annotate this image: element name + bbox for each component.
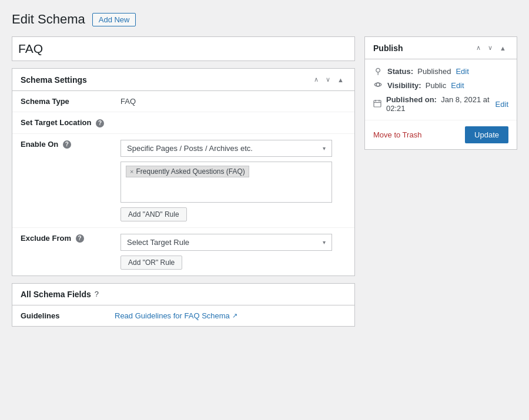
tag-remove-icon[interactable]: × [130,168,133,175]
exclude-from-row: Exclude From ? Select Target Rule ▾ [12,227,354,275]
arrow-triangle-icon: ▲ [337,76,344,83]
visibility-value: Public [426,81,446,90]
exclude-from-dropdown-label: Select Target Rule [127,238,189,247]
arrow-down-icon: ∨ [326,76,330,83]
tag-label: Frequently Asked Questions (FAQ) [136,167,245,176]
settings-table: Schema Type FAQ Set Target Location ? [12,91,354,275]
schema-type-label: Schema Type [12,91,112,112]
publish-arrow-down-icon: ∨ [488,44,493,51]
enable-on-dropdown-label: Specific Pages / Posts / Archives etc. [127,144,253,153]
schema-settings-title: Schema Settings [21,75,87,85]
page-header: Edit Schema Add New [12,12,517,27]
status-label: Status: [387,67,413,76]
publish-body: ⚲ Status: Published Edit [365,59,517,120]
add-and-rule-button[interactable]: Add "AND" Rule [120,207,187,221]
tag-area: × Frequently Asked Questions (FAQ) [120,162,332,203]
exclude-from-value-cell: Select Target Rule ▾ Add "OR" Rule [112,227,354,275]
guidelines-table: Guidelines Read Guidelines for FAQ Schem… [12,305,354,326]
add-or-rule-container: Add "OR" Rule [120,256,346,270]
collapse-down-button[interactable]: ∨ [323,75,333,85]
main-layout: Schema Settings ∧ ∨ ▲ [12,36,517,327]
status-edit-link[interactable]: Edit [456,67,468,76]
schema-type-value: FAQ [112,91,354,112]
target-location-label-cell: Set Target Location ? [12,112,112,134]
schema-settings-header: Schema Settings ∧ ∨ ▲ [12,69,354,91]
guidelines-link[interactable]: Read Guidelines for FAQ Schema ↗ [115,311,237,320]
publish-arrow-triangle-icon: ▲ [500,45,506,52]
enable-on-help-icon[interactable]: ? [63,140,71,149]
status-icon: ⚲ [373,66,383,76]
publish-panel-controls: ∧ ∨ ▲ [474,43,508,53]
publish-collapse-down-button[interactable]: ∨ [486,43,495,53]
panel-controls: ∧ ∨ ▲ [312,75,346,85]
schema-title-input[interactable] [12,36,355,61]
published-edit-link[interactable]: Edit [495,100,508,109]
publish-status-text: Status: Published [387,67,451,76]
collapse-up-button[interactable]: ∧ [312,75,321,85]
guidelines-label: Guidelines [12,305,106,326]
exclude-from-help-icon[interactable]: ? [76,234,84,243]
enable-on-cell: Specific Pages / Posts / Archives etc. ▾… [120,140,346,221]
exclude-from-label-cell: Exclude From ? [12,227,112,275]
visibility-label: Visibility: [387,81,421,90]
guidelines-link-cell: Read Guidelines for FAQ Schema ↗ [106,305,354,326]
svg-rect-1 [374,100,381,107]
exclude-from-cell: Select Target Rule ▾ Add "OR" Rule [120,234,346,270]
target-location-label: Set Target Location [21,118,91,127]
add-new-button[interactable]: Add New [92,13,136,26]
chevron-down-icon: ▾ [323,145,326,152]
publish-date-row: Published on: Jan 8, 2021 at 02:21 Edit [373,95,508,113]
enable-on-dropdown[interactable]: Specific Pages / Posts / Archives etc. ▾ [120,140,332,157]
all-schema-fields-title: All Schema Fields [21,290,91,299]
schema-type-row: Schema Type FAQ [12,91,354,112]
publish-panel: Publish ∧ ∨ ▲ ⚲ [364,36,517,150]
publish-date-text: Published on: Jan 8, 2021 at 02:21 [386,95,491,113]
svg-point-0 [376,83,380,86]
schema-settings-panel: Schema Settings ∧ ∨ ▲ [12,68,355,276]
visibility-icon [373,80,383,90]
publish-status-row: ⚲ Status: Published Edit [373,66,508,76]
visibility-edit-link[interactable]: Edit [451,81,464,90]
all-schema-fields-header: All Schema Fields ? [12,284,354,305]
guidelines-row: Guidelines Read Guidelines for FAQ Schem… [12,305,354,326]
faq-tag: × Frequently Asked Questions (FAQ) [126,166,249,177]
target-location-help-icon[interactable]: ? [96,119,104,127]
publish-panel-header: Publish ∧ ∨ ▲ [365,37,517,59]
update-button[interactable]: Update [465,126,508,143]
move-to-trash-link[interactable]: Move to Trash [373,130,421,139]
left-column: Schema Settings ∧ ∨ ▲ [12,36,355,327]
published-label: Published on: [386,95,437,104]
status-value: Published [417,67,451,76]
publish-footer: Move to Trash Update [365,120,517,149]
enable-on-label-cell: Enable On ? [12,133,112,227]
enable-on-label: Enable On [21,140,58,149]
publish-visibility-row: Visibility: Public Edit [373,80,508,90]
publish-visibility-text: Visibility: Public [387,81,446,90]
arrow-up-icon: ∧ [314,76,319,83]
publish-collapse-up-button[interactable]: ∧ [474,43,483,53]
add-or-rule-button[interactable]: Add "OR" Rule [120,256,182,270]
all-schema-fields-panel: All Schema Fields ? Guidelines Read Guid… [12,283,355,327]
exclude-from-label: Exclude From [21,234,71,243]
enable-on-row: Enable On ? Specific Pages / Posts / Arc… [12,133,354,227]
publish-collapse-triangle-button[interactable]: ▲ [497,43,508,53]
target-location-row: Set Target Location ? [12,112,354,134]
collapse-triangle-button[interactable]: ▲ [335,75,346,85]
page-title: Edit Schema [12,12,85,27]
enable-on-value-cell: Specific Pages / Posts / Archives etc. ▾… [112,133,354,227]
all-fields-help-icon[interactable]: ? [95,290,99,298]
publish-title: Publish [373,43,403,53]
add-and-rule-container: Add "AND" Rule [120,207,346,221]
target-location-value-cell [112,112,354,134]
calendar-icon [373,99,381,109]
guidelines-link-text: Read Guidelines for FAQ Schema [115,311,230,320]
publish-arrow-up-icon: ∧ [476,44,481,51]
exclude-chevron-down-icon: ▾ [323,239,326,246]
exclude-from-dropdown[interactable]: Select Target Rule ▾ [120,234,332,251]
external-link-icon: ↗ [232,312,237,320]
right-column: Publish ∧ ∨ ▲ ⚲ [364,36,517,150]
